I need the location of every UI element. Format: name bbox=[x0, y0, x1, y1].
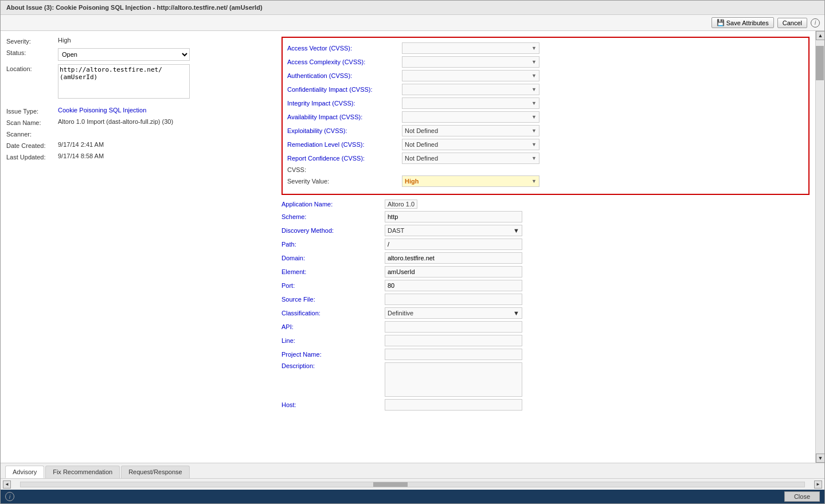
discovery-method-label: Discovery Method: bbox=[281, 227, 385, 234]
scheme-row: Scheme: bbox=[281, 211, 810, 222]
line-row: Line: bbox=[281, 335, 810, 346]
classification-select[interactable]: Definitive ▼ bbox=[385, 307, 522, 319]
h-scrollbar-thumb[interactable] bbox=[373, 482, 408, 487]
date-created-label: Date Created: bbox=[6, 141, 58, 149]
status-select[interactable]: Open Closed bbox=[58, 48, 190, 61]
access-complexity-select[interactable]: ▼ bbox=[402, 56, 539, 68]
scanner-label: Scanner: bbox=[6, 130, 58, 138]
last-updated-label: Last Updated: bbox=[6, 153, 58, 161]
scan-name-row: Scan Name: Altoro 1.0 Import (dast-altor… bbox=[6, 118, 270, 126]
issue-type-label: Issue Type: bbox=[6, 107, 58, 115]
availability-select[interactable]: ▼ bbox=[402, 111, 539, 123]
save-attributes-button[interactable]: 💾 Save Attributes bbox=[711, 17, 774, 28]
severity-value-select[interactable]: High ▼ bbox=[402, 175, 539, 187]
domain-label: Domain: bbox=[281, 255, 385, 261]
discovery-method-row: Discovery Method: DAST ▼ bbox=[281, 225, 810, 236]
host-label: Host: bbox=[281, 401, 385, 408]
description-row: Description: bbox=[281, 362, 810, 397]
h-scrollbar-track bbox=[20, 482, 805, 487]
project-name-input[interactable] bbox=[385, 349, 522, 360]
access-vector-select[interactable]: ▼ bbox=[402, 42, 539, 54]
cancel-button[interactable]: Cancel bbox=[777, 18, 807, 28]
classification-label: Classification: bbox=[281, 310, 385, 317]
confidentiality-row: Confidentiality Impact (CVSS): ▼ bbox=[287, 84, 804, 95]
api-input[interactable] bbox=[385, 321, 522, 333]
line-input[interactable] bbox=[385, 335, 522, 346]
tab-fix-recommendation[interactable]: Fix Recommendation bbox=[45, 466, 120, 478]
scheme-input[interactable] bbox=[385, 211, 522, 222]
classification-row: Classification: Definitive ▼ bbox=[281, 307, 810, 319]
access-complexity-row: Access Complexity (CVSS): ▼ bbox=[287, 56, 804, 68]
issue-type-link[interactable]: Cookie Poisoning SQL Injection bbox=[58, 107, 146, 114]
content-scroll-container: Severity: High Status: Open Closed bbox=[1, 31, 824, 463]
path-row: Path: bbox=[281, 239, 810, 250]
host-input[interactable] bbox=[385, 399, 522, 411]
tabs-bar: Advisory Fix Recommendation Request/Resp… bbox=[1, 463, 824, 478]
horizontal-scrollbar-area: ◄ ► bbox=[1, 478, 824, 490]
main-window: About Issue (3): Cookie Poisoning SQL In… bbox=[0, 0, 825, 504]
scan-name-label: Scan Name: bbox=[6, 118, 58, 126]
left-panel: Severity: High Status: Open Closed bbox=[6, 37, 270, 427]
status-info-icon: i bbox=[5, 492, 14, 501]
status-label: Status: bbox=[6, 48, 58, 56]
main-content: Severity: High Status: Open Closed bbox=[1, 31, 815, 432]
exploitability-label: Exploitability (CVSS): bbox=[287, 127, 402, 134]
severity-value-row: Severity Value: High ▼ bbox=[287, 175, 804, 187]
status-value: Open Closed bbox=[58, 48, 270, 61]
toolbar: 💾 Save Attributes Cancel i bbox=[1, 15, 824, 31]
scroll-left-arrow[interactable]: ◄ bbox=[3, 480, 11, 489]
tab-advisory[interactable]: Advisory bbox=[5, 466, 44, 478]
discovery-method-select[interactable]: DAST ▼ bbox=[385, 225, 522, 236]
info-icon[interactable]: i bbox=[811, 18, 820, 28]
scroll-up-arrow[interactable]: ▲ bbox=[816, 31, 824, 40]
path-input[interactable] bbox=[385, 239, 522, 250]
scroll-down-arrow[interactable]: ▼ bbox=[816, 454, 824, 463]
integrity-select[interactable]: ▼ bbox=[402, 97, 539, 109]
source-file-row: Source File: bbox=[281, 294, 810, 305]
detail-form: Application Name: Altoro 1.0 Scheme: Dis… bbox=[281, 200, 810, 411]
last-updated-row: Last Updated: 9/17/14 8:58 AM bbox=[6, 153, 270, 161]
remediation-label: Remediation Level (CVSS): bbox=[287, 141, 402, 148]
close-button[interactable]: Close bbox=[784, 491, 820, 502]
cvss-section: Access Vector (CVSS): ▼ Access Complexit… bbox=[281, 37, 810, 195]
scroll-thumb[interactable] bbox=[816, 46, 824, 80]
scan-name-value: Altoro 1.0 Import (dast-altoro-full.zip)… bbox=[58, 118, 270, 125]
api-label: API: bbox=[281, 323, 385, 330]
app-name-label: Application Name: bbox=[281, 201, 385, 208]
confidentiality-select[interactable]: ▼ bbox=[402, 84, 539, 95]
title-bar: About Issue (3): Cookie Poisoning SQL In… bbox=[1, 1, 824, 15]
port-input[interactable] bbox=[385, 280, 522, 291]
severity-row: Severity: High bbox=[6, 37, 270, 45]
right-panel: Access Vector (CVSS): ▼ Access Complexit… bbox=[281, 37, 810, 427]
last-updated-value: 9/17/14 8:58 AM bbox=[58, 153, 270, 159]
cvss-label-row: CVSS: bbox=[287, 166, 804, 173]
integrity-label: Integrity Impact (CVSS): bbox=[287, 100, 402, 107]
access-vector-row: Access Vector (CVSS): ▼ bbox=[287, 42, 804, 54]
scanner-row: Scanner: bbox=[6, 130, 270, 138]
integrity-row: Integrity Impact (CVSS): ▼ bbox=[287, 97, 804, 109]
authentication-select[interactable]: ▼ bbox=[402, 70, 539, 81]
remediation-select[interactable]: Not Defined ▼ bbox=[402, 139, 539, 150]
source-file-input[interactable] bbox=[385, 294, 522, 305]
report-confidence-select[interactable]: Not Defined ▼ bbox=[402, 153, 539, 164]
element-label: Element: bbox=[281, 268, 385, 275]
description-textarea[interactable] bbox=[385, 362, 522, 397]
domain-input[interactable] bbox=[385, 252, 522, 264]
api-row: API: bbox=[281, 321, 810, 333]
tab-request-response[interactable]: Request/Response bbox=[121, 466, 190, 478]
main-scroll-area[interactable]: Severity: High Status: Open Closed bbox=[1, 31, 815, 463]
location-row: Location: http://altoro.testfire.net/ (a… bbox=[6, 64, 270, 100]
element-row: Element: bbox=[281, 266, 810, 278]
project-name-row: Project Name: bbox=[281, 349, 810, 360]
save-icon: 💾 bbox=[717, 19, 725, 26]
scroll-right-arrow[interactable]: ► bbox=[814, 480, 822, 489]
location-textarea[interactable]: http://altoro.testfire.net/ (amUserId) bbox=[58, 64, 190, 99]
exploitability-select[interactable]: Not Defined ▼ bbox=[402, 125, 539, 136]
domain-row: Domain: bbox=[281, 252, 810, 264]
project-name-label: Project Name: bbox=[281, 351, 385, 358]
vertical-scrollbar: ▲ ▼ bbox=[815, 31, 824, 463]
description-label: Description: bbox=[281, 362, 385, 369]
severity-value-label: Severity Value: bbox=[287, 178, 402, 185]
element-input[interactable] bbox=[385, 266, 522, 278]
path-label: Path: bbox=[281, 241, 385, 248]
